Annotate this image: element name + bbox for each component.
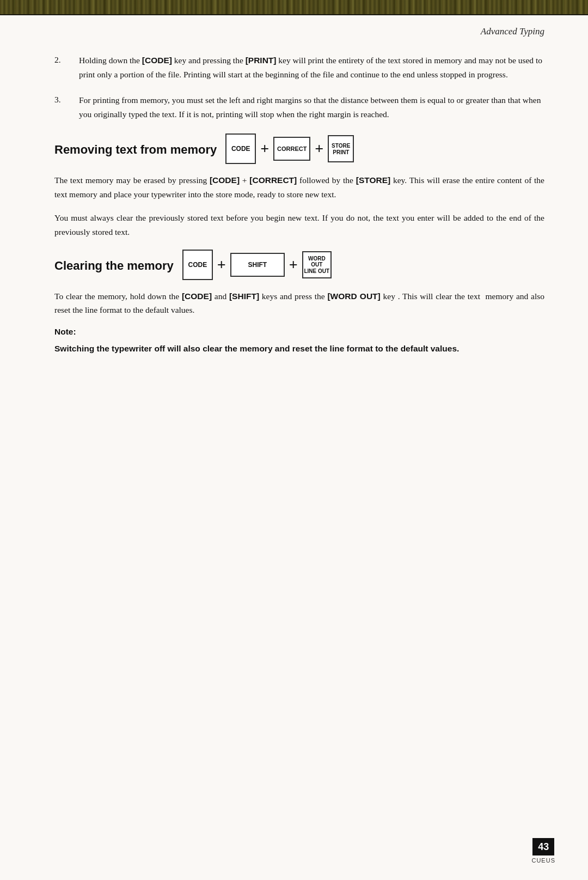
page-header: Advanced Typing bbox=[0, 15, 588, 43]
plus-sign-3: + bbox=[217, 257, 226, 272]
note-text: Switching the typewriter off will also c… bbox=[54, 342, 544, 356]
list-item-3: 3. For printing from memory, you must se… bbox=[54, 93, 544, 121]
content-area: 2. Holding down the [CODE] key and press… bbox=[0, 43, 588, 388]
key-word-out: WORD OUT LINE OUT bbox=[302, 251, 332, 278]
section1-heading: Removing text from memory bbox=[54, 143, 217, 157]
top-bar-texture bbox=[0, 0, 588, 14]
page-brand: CUEUS bbox=[531, 857, 555, 864]
plus-sign-4: + bbox=[289, 257, 298, 272]
section2-heading: Clearing the memory bbox=[54, 259, 174, 273]
section2-key-group: CODE + SHIFT + WORD OUT LINE OUT bbox=[182, 250, 332, 280]
key-store-label: STORE bbox=[332, 143, 350, 149]
key-code-2: CODE bbox=[182, 250, 213, 280]
section1-para1: The text memory may be erased by pressin… bbox=[54, 173, 544, 201]
key-code-1: CODE bbox=[225, 133, 256, 164]
key-ref-code-3: [CODE] bbox=[182, 292, 212, 301]
key-correct: CORRECT bbox=[273, 137, 310, 161]
key-ref-code: [CODE] bbox=[142, 56, 172, 65]
key-ref-correct: [CORRECT] bbox=[249, 175, 297, 185]
key-ref-wordout: [WORD OUT] bbox=[327, 292, 380, 301]
key-lineout-label: LINE OUT bbox=[304, 268, 329, 274]
item-text-3: For printing from memory, you must set t… bbox=[79, 93, 544, 121]
top-decorative-bar bbox=[0, 0, 588, 15]
key-ref-store: [STORE] bbox=[356, 175, 390, 185]
key-print-label: PRINT bbox=[333, 149, 349, 155]
page-number: 43 bbox=[532, 838, 554, 855]
section2-header: Clearing the memory CODE + SHIFT + WORD … bbox=[54, 249, 544, 281]
note-section: Note: Switching the typewriter off will … bbox=[54, 327, 544, 356]
note-label: Note: bbox=[54, 327, 544, 337]
item-text-2: Holding down the [CODE] key and pressing… bbox=[79, 53, 544, 81]
item-number-3: 3. bbox=[54, 93, 68, 121]
key-ref-print: [PRINT] bbox=[246, 56, 277, 65]
key-store-print: STORE PRINT bbox=[328, 135, 354, 162]
key-ref-code-2: [CODE] bbox=[210, 175, 240, 185]
key-wordout-label: WORD OUT bbox=[303, 256, 330, 268]
list-item-2: 2. Holding down the [CODE] key and press… bbox=[54, 53, 544, 81]
page-footer: 43 CUEUS bbox=[531, 838, 555, 864]
section1-header: Removing text from memory CODE + CORRECT… bbox=[54, 133, 544, 165]
section2-para1: To clear the memory, hold down the [CODE… bbox=[54, 289, 544, 317]
section1-key-group: CODE + CORRECT + STORE PRINT bbox=[225, 133, 354, 164]
plus-sign-1: + bbox=[260, 141, 269, 156]
key-ref-shift: [SHIFT] bbox=[229, 292, 259, 301]
key-shift: SHIFT bbox=[230, 253, 285, 277]
page-header-title: Advanced Typing bbox=[481, 26, 544, 37]
plus-sign-2: + bbox=[315, 141, 323, 156]
page: Advanced Typing 2. Holding down the [COD… bbox=[0, 0, 588, 880]
section1-para2: You must always clear the previously sto… bbox=[54, 211, 544, 239]
item-number-2: 2. bbox=[54, 53, 68, 81]
